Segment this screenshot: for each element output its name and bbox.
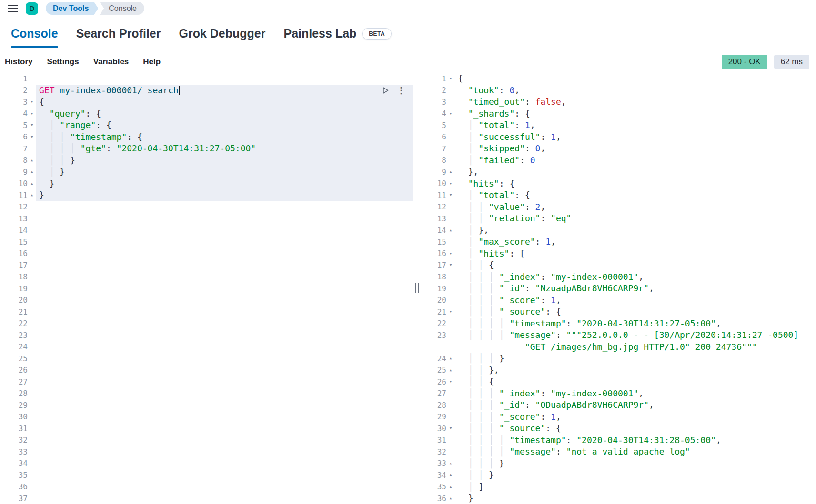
fold-toggle-icon[interactable]: ▾ <box>28 119 36 131</box>
response-pane: 1▾{2 "took": 0,3 "timed_out": false,4▾ "… <box>422 73 816 504</box>
kibana-dev-tools-console: D Dev Tools Console Console Search Profi… <box>0 0 816 504</box>
line-number: 1▾ <box>422 73 455 85</box>
code-line: 11▾ │ "total": { <box>422 189 816 201</box>
request-editor[interactable]: 12GET my-index-000001/_search⋮3▾{4▾ "que… <box>0 73 413 504</box>
fold-toggle-icon[interactable]: ▴ <box>446 353 455 365</box>
code-line: 23 <box>0 329 413 341</box>
tab-label: Painless Lab <box>283 27 356 40</box>
code-line: 19 <box>0 283 413 295</box>
request-code-line[interactable] <box>36 493 413 504</box>
request-code-line[interactable] <box>36 481 413 493</box>
request-code-line[interactable] <box>36 388 413 400</box>
line-number: 16▾ <box>422 248 455 260</box>
request-code-line[interactable] <box>36 201 413 213</box>
request-code-line[interactable]: GET my-index-000001/_search⋮ <box>36 85 413 97</box>
request-code-line[interactable]: │ │ │ "gte": "2020-04-30T14:31:27-05:00" <box>36 143 413 155</box>
request-code-line[interactable]: } <box>36 189 413 201</box>
request-code-line[interactable] <box>36 411 413 423</box>
request-code-line[interactable] <box>36 423 413 435</box>
fold-toggle-icon[interactable]: ▾ <box>446 306 455 318</box>
request-code-line[interactable]: │ "range": { <box>36 119 413 131</box>
tab-painless-lab[interactable]: Painless Lab BETA <box>276 17 399 50</box>
fold-toggle-icon[interactable]: ▴ <box>28 166 36 178</box>
menu-item-history[interactable]: History <box>5 57 33 67</box>
request-code-line[interactable] <box>36 271 413 283</box>
fold-toggle-icon[interactable]: ▾ <box>446 248 455 260</box>
fold-toggle-icon[interactable]: ▴ <box>446 365 455 376</box>
line-number: 10▾ <box>422 178 455 190</box>
request-code-line[interactable] <box>36 283 413 295</box>
breadcrumb-dev-tools[interactable]: Dev Tools <box>46 2 98 15</box>
request-code-line[interactable] <box>36 329 413 341</box>
request-code-line[interactable] <box>36 365 413 376</box>
request-code-line[interactable] <box>36 399 413 411</box>
response-code-line: │ ] <box>455 481 816 493</box>
kebab-menu-icon[interactable]: ⋮ <box>397 86 405 95</box>
line-number: 11▾ <box>422 189 455 201</box>
request-code-line[interactable] <box>36 213 413 225</box>
request-code-line[interactable] <box>36 458 413 470</box>
response-code-line: │ │ │ "_score": 1, <box>455 411 816 423</box>
tab-grok-debugger[interactable]: Grok Debugger <box>171 17 272 50</box>
code-line: 12 │ │ "value": 2, <box>422 201 816 213</box>
request-code-line[interactable] <box>36 306 413 318</box>
fold-toggle-icon[interactable]: ▾ <box>446 423 455 435</box>
response-code-line: │ │ } <box>455 469 816 481</box>
request-code-line[interactable] <box>36 225 413 237</box>
request-code-line[interactable] <box>36 236 413 248</box>
app-header: D Dev Tools Console <box>0 0 816 17</box>
code-line: 6▾ │ │ "timestamp": { <box>0 131 413 143</box>
line-number: 3▾ <box>0 96 36 108</box>
request-code-line[interactable]: } <box>36 178 413 190</box>
space-avatar[interactable]: D <box>26 2 38 15</box>
request-code-line[interactable] <box>36 341 413 353</box>
fold-toggle-icon[interactable]: ▴ <box>446 166 455 178</box>
line-number: 1 <box>0 73 36 85</box>
fold-toggle-icon[interactable]: ▴ <box>28 155 36 167</box>
request-code-line[interactable] <box>36 248 413 260</box>
fold-toggle-icon[interactable]: ▾ <box>446 376 455 388</box>
fold-toggle-icon[interactable]: ▴ <box>446 469 455 481</box>
fold-toggle-icon[interactable]: ▾ <box>446 189 455 201</box>
request-code-line[interactable] <box>36 318 413 330</box>
fold-toggle-icon[interactable]: ▴ <box>28 189 36 201</box>
request-code-line[interactable] <box>36 376 413 388</box>
request-code-line[interactable]: │ } <box>36 166 413 178</box>
response-code-line: "GET /images/hm_bg.jpg HTTP/1.0" 200 247… <box>455 341 816 353</box>
fold-toggle-icon[interactable]: ▴ <box>446 225 455 237</box>
fold-toggle-icon[interactable]: ▴ <box>446 493 455 504</box>
pane-splitter[interactable] <box>413 73 422 504</box>
menu-item-help[interactable]: Help <box>143 57 161 67</box>
fold-toggle-icon[interactable]: ▴ <box>28 178 36 190</box>
request-code-line[interactable]: │ │ } <box>36 155 413 167</box>
send-request-button[interactable] <box>382 87 389 94</box>
fold-toggle-icon[interactable]: ▴ <box>446 458 455 470</box>
hamburger-menu-icon[interactable] <box>8 5 18 12</box>
request-code-line[interactable] <box>36 435 413 446</box>
request-code-line[interactable] <box>36 73 413 85</box>
fold-toggle-icon[interactable]: ▾ <box>446 73 455 85</box>
fold-toggle-icon[interactable]: ▾ <box>28 96 36 108</box>
fold-toggle-icon[interactable]: ▴ <box>446 481 455 493</box>
line-number: 25 <box>0 353 36 365</box>
request-code-line[interactable]: { <box>36 96 413 108</box>
fold-toggle-icon[interactable]: ▾ <box>446 178 455 190</box>
request-code-line[interactable] <box>36 446 413 458</box>
fold-toggle-icon[interactable]: ▾ <box>446 108 455 120</box>
request-code-line[interactable] <box>36 469 413 481</box>
tab-search-profiler[interactable]: Search Profiler <box>69 17 168 50</box>
request-code-line[interactable]: "query": { <box>36 108 413 120</box>
breadcrumb-console[interactable]: Console <box>100 2 144 15</box>
menu-item-settings[interactable]: Settings <box>47 57 79 67</box>
request-code-line[interactable] <box>36 259 413 271</box>
menu-item-variables[interactable]: Variables <box>93 57 129 67</box>
fold-toggle-icon[interactable]: ▾ <box>28 131 36 143</box>
request-code-line[interactable]: │ │ "timestamp": { <box>36 131 413 143</box>
fold-toggle-icon[interactable]: ▾ <box>28 108 36 120</box>
request-code-line[interactable] <box>36 353 413 365</box>
fold-toggle-icon[interactable]: ▾ <box>446 259 455 271</box>
request-code-line[interactable] <box>36 295 413 306</box>
tab-console[interactable]: Console <box>4 17 65 50</box>
line-number: 27 <box>422 388 455 400</box>
code-line: 20 <box>0 295 413 306</box>
